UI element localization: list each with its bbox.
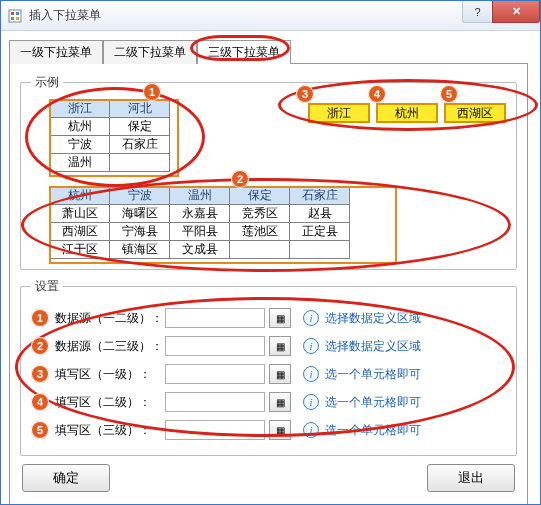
table2-cell: 文成县 [170, 241, 230, 259]
row-label: 数据源（二三级）： [55, 338, 165, 355]
tab-level3[interactable]: 三级下拉菜单 [197, 40, 291, 64]
table1-cell: 杭州 [50, 118, 110, 136]
row-label: 数据源（一二级）： [55, 310, 165, 327]
svg-rect-2 [16, 12, 19, 15]
table2-header: 温州 [170, 187, 230, 205]
svg-rect-4 [16, 17, 19, 20]
info-icon: i [303, 422, 319, 438]
fillcell2-input[interactable] [165, 392, 265, 412]
range-picker-button[interactable]: ▦ [269, 364, 291, 384]
row-hint: 选一个单元格即可 [325, 366, 421, 383]
row-hint: 选择数据定义区域 [325, 310, 421, 327]
settings-row-2: 2 数据源（二三级）： ▦ i 选择数据定义区域 [31, 333, 506, 359]
table1-cell: 保定 [110, 118, 170, 136]
table-provinces: 浙江 河北 杭州 保定 宁波 石家庄 温州 [49, 99, 170, 172]
window-buttons: ? ✕ [462, 1, 540, 23]
badge-3: 3 [296, 85, 314, 103]
table2-cell [230, 241, 290, 259]
table1-header: 浙江 [50, 100, 110, 118]
datasource23-input[interactable] [165, 336, 265, 356]
range-picker-button[interactable]: ▦ [269, 336, 291, 356]
row-badge-5: 5 [31, 421, 49, 439]
range-picker-button[interactable]: ▦ [269, 308, 291, 328]
svg-rect-0 [9, 10, 21, 22]
titlebar: 插入下拉菜单 ? ✕ [1, 1, 540, 31]
info-icon: i [303, 394, 319, 410]
ok-button[interactable]: 确定 [22, 464, 110, 492]
result-cell-district: 西湖区 [444, 103, 506, 123]
datasource12-input[interactable] [165, 308, 265, 328]
table1-cell: 温州 [50, 154, 110, 172]
row-label: 填写区（二级）： [55, 394, 165, 411]
range-picker-icon: ▦ [276, 397, 285, 408]
tab-level1[interactable]: 一级下拉菜单 [9, 40, 103, 64]
badge-5: 5 [440, 85, 458, 103]
table2-cell: 宁海县 [110, 223, 170, 241]
example-legend: 示例 [31, 74, 63, 91]
table2-cell: 西湖区 [50, 223, 110, 241]
settings-row-1: 1 数据源（一二级）： ▦ i 选择数据定义区域 [31, 305, 506, 331]
app-icon [7, 8, 23, 24]
table2-header: 保定 [230, 187, 290, 205]
range-picker-icon: ▦ [276, 369, 285, 380]
table2-header: 石家庄 [290, 187, 350, 205]
table2-cell [290, 241, 350, 259]
table2-cell: 正定县 [290, 223, 350, 241]
range-picker-icon: ▦ [276, 313, 285, 324]
tabs: 一级下拉菜单 二级下拉菜单 三级下拉菜单 [9, 39, 532, 63]
row-badge-2: 2 [31, 337, 49, 355]
window-title: 插入下拉菜单 [29, 7, 101, 24]
fillcell1-input[interactable] [165, 364, 265, 384]
tab-level2[interactable]: 二级下拉菜单 [103, 40, 197, 64]
settings-row-4: 4 填写区（二级）： ▦ i 选一个单元格即可 [31, 389, 506, 415]
svg-rect-3 [11, 17, 14, 20]
table1-header: 河北 [110, 100, 170, 118]
row-hint: 选一个单元格即可 [325, 394, 421, 411]
table1-cell: 宁波 [50, 136, 110, 154]
row-hint: 选择数据定义区域 [325, 338, 421, 355]
info-icon: i [303, 338, 319, 354]
range-picker-button[interactable]: ▦ [269, 392, 291, 412]
row-label: 填写区（一级）： [55, 366, 165, 383]
row-badge-4: 4 [31, 393, 49, 411]
tab-panel: 示例 浙江 河北 杭州 保定 宁波 [9, 63, 528, 505]
table2-cell: 平阳县 [170, 223, 230, 241]
table2-cell: 永嘉县 [170, 205, 230, 223]
row-badge-3: 3 [31, 365, 49, 383]
badge-2: 2 [231, 170, 249, 188]
help-button[interactable]: ? [462, 1, 492, 23]
table2-cell: 镇海区 [110, 241, 170, 259]
result-cells: 3 4 5 浙江 杭州 西湖区 [308, 103, 506, 123]
svg-rect-1 [11, 12, 14, 15]
close-icon: ✕ [512, 5, 521, 18]
info-icon: i [303, 310, 319, 326]
range-picker-icon: ▦ [276, 341, 285, 352]
client-area: 一级下拉菜单 二级下拉菜单 三级下拉菜单 示例 浙江 河北 杭州 [1, 31, 540, 505]
result-cell-province: 浙江 [308, 103, 370, 123]
settings-row-5: 5 填写区（三级）： ▦ i 选一个单元格即可 [31, 417, 506, 443]
table2-cell: 竞秀区 [230, 205, 290, 223]
info-icon: i [303, 366, 319, 382]
result-cell-city: 杭州 [376, 103, 438, 123]
table2-cell: 赵县 [290, 205, 350, 223]
table2-cell: 海曙区 [110, 205, 170, 223]
table-districts: 杭州 宁波 温州 保定 石家庄 萧山区 海曙区 永嘉县 竞秀区 赵县 西 [49, 186, 350, 259]
row-label: 填写区（三级）： [55, 422, 165, 439]
range-picker-button[interactable]: ▦ [269, 420, 291, 440]
table2-cell: 萧山区 [50, 205, 110, 223]
settings-legend: 设置 [31, 278, 63, 295]
table2-cell: 莲池区 [230, 223, 290, 241]
badge-4: 4 [368, 85, 386, 103]
bottom-bar: 确定 退出 [20, 464, 517, 492]
example-group: 示例 浙江 河北 杭州 保定 宁波 [20, 74, 517, 270]
settings-group: 设置 1 数据源（一二级）： ▦ i 选择数据定义区域 2 数据源（二三级）： … [20, 278, 517, 456]
close-button[interactable]: ✕ [492, 1, 540, 23]
table2-cell: 江干区 [50, 241, 110, 259]
row-hint: 选一个单元格即可 [325, 422, 421, 439]
exit-button[interactable]: 退出 [427, 464, 515, 492]
settings-row-3: 3 填写区（一级）： ▦ i 选一个单元格即可 [31, 361, 506, 387]
range-picker-icon: ▦ [276, 425, 285, 436]
fillcell3-input[interactable] [165, 420, 265, 440]
badge-1: 1 [143, 83, 161, 101]
table1-cell: 石家庄 [110, 136, 170, 154]
